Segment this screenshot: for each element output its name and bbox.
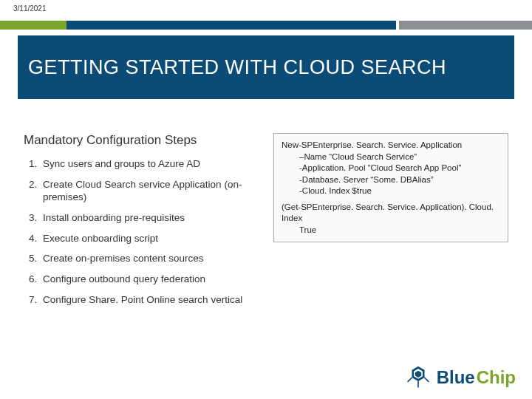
list-item: Create on-premises content sources	[40, 253, 253, 265]
code-line: -Application. Pool “Cloud Search App Poo…	[282, 163, 500, 174]
list-item: Execute onboarding script	[40, 233, 253, 245]
top-accent-bar	[0, 21, 532, 30]
code-line: –Name “Cloud Search Service”	[282, 151, 500, 163]
code-line: True	[282, 225, 500, 236]
list-item: Configure Share. Point Online search ver…	[40, 294, 253, 307]
steps-list: Sync users and groups to Azure AD Create…	[24, 158, 253, 307]
svg-line-3	[424, 378, 429, 382]
list-item: Configure outbound query federation	[40, 273, 253, 286]
brand-icon	[406, 365, 431, 390]
accent-green	[0, 21, 66, 30]
code-block-1: New-SPEnterprise. Search. Service. Appli…	[282, 140, 500, 197]
content-area: Mandatory Configuration Steps Sync users…	[24, 133, 508, 315]
code-line: New-SPEnterprise. Search. Service. Appli…	[282, 140, 462, 149]
code-column: New-SPEnterprise. Search. Service. Appli…	[273, 133, 508, 315]
accent-gray	[399, 21, 532, 30]
brand-text: Blue Chip	[437, 367, 516, 388]
code-line: -Database. Server “Some. DBAlias”	[282, 174, 500, 186]
code-line: -Cloud. Index $true	[282, 185, 500, 197]
title-band: GETTING STARTED WITH CLOUD SEARCH	[18, 35, 514, 99]
brand-chip: Chip	[477, 367, 516, 388]
section-heading: Mandatory Configuration Steps	[24, 133, 253, 148]
date-label: 3/11/2021	[13, 4, 47, 13]
code-line: (Get-SPEnterprise. Search. Service. Appl…	[282, 202, 494, 223]
brand-logo: Blue Chip	[406, 365, 516, 390]
code-box: New-SPEnterprise. Search. Service. Appli…	[273, 133, 508, 242]
steps-column: Mandatory Configuration Steps Sync users…	[24, 133, 253, 315]
accent-navy	[66, 21, 396, 30]
brand-blue: Blue	[437, 367, 475, 388]
code-block-2: (Get-SPEnterprise. Search. Service. Appl…	[282, 202, 500, 236]
list-item: Install onboarding pre-requisites	[40, 212, 253, 225]
svg-line-5	[407, 378, 412, 382]
list-item: Create Cloud Search service Application …	[40, 179, 253, 204]
page-title: GETTING STARTED WITH CLOUD SEARCH	[28, 56, 446, 79]
list-item: Sync users and groups to Azure AD	[40, 158, 253, 171]
